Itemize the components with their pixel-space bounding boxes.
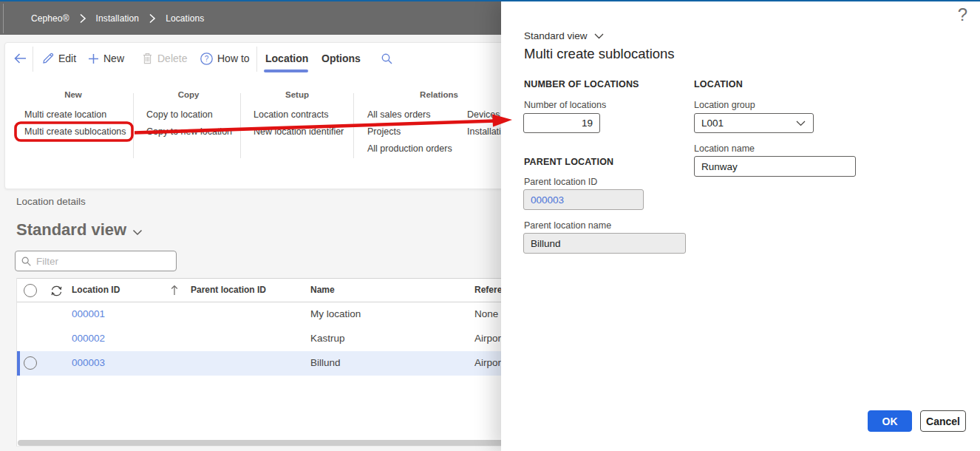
cancel-button[interactable]: Cancel: [920, 410, 966, 432]
label-parent-location-name: Parent location name: [524, 220, 611, 231]
cell-location-id[interactable]: 000001: [72, 308, 105, 319]
menu-item-devices[interactable]: Devices: [467, 109, 500, 120]
back-arrow-icon: [14, 53, 27, 64]
svg-text:?: ?: [205, 55, 209, 63]
cell-location-id[interactable]: 000002: [72, 333, 105, 344]
input-number-of-locations[interactable]: 19: [523, 113, 600, 133]
menu-item-new-location-identifier[interactable]: New location identifier: [253, 126, 344, 137]
menu-item-copy-to-location[interactable]: Copy to location: [146, 109, 213, 120]
chevron-down-icon: [594, 33, 604, 39]
back-button[interactable]: [14, 50, 27, 67]
group-divider: [240, 93, 241, 158]
plus-icon: [88, 53, 99, 64]
section-parent-location: PARENT LOCATION: [524, 157, 613, 167]
search-icon: [21, 257, 31, 266]
breadcrumb-page[interactable]: Locations: [166, 13, 204, 24]
dialog-title: Multi create sublocations: [524, 46, 675, 62]
breadcrumb-home[interactable]: Cepheo®: [31, 13, 69, 24]
column-header-name[interactable]: Name: [310, 285, 335, 295]
view-title[interactable]: Standard view: [16, 220, 143, 240]
filter-input[interactable]: Filter: [15, 251, 177, 271]
appbar-edge-line: [3, 4, 4, 33]
select-all-radio[interactable]: [24, 284, 37, 297]
cell-reference: None: [474, 308, 498, 319]
refresh-icon: [50, 285, 63, 297]
toolbar-divider: [256, 47, 257, 72]
breadcrumb-chevron-icon: [79, 13, 86, 24]
section-number-of-locations: NUMBER OF LOCATIONS: [524, 79, 639, 89]
trash-icon: [142, 52, 153, 64]
ok-button[interactable]: OK: [868, 410, 912, 432]
group-divider: [353, 93, 354, 158]
cell-name: My location: [310, 308, 361, 319]
breadcrumb-module[interactable]: Installation: [96, 13, 140, 24]
group-header-setup: Setup: [285, 90, 309, 99]
label-parent-location-id: Parent location ID: [524, 177, 597, 187]
new-button[interactable]: New: [88, 50, 124, 67]
refresh-button[interactable]: [50, 285, 63, 299]
cell-reference: Airport: [474, 333, 504, 344]
chevron-down-icon: [132, 229, 143, 236]
menu-item-multi-create-sublocations[interactable]: Multi create sublocations: [24, 126, 126, 137]
group-header-relations: Relations: [420, 90, 458, 99]
menu-item-projects[interactable]: Projects: [367, 126, 401, 137]
dialog-view-selector[interactable]: Standard view: [524, 30, 604, 41]
selected-row-indicator: [17, 351, 20, 376]
app-header-bar: Cepheo® Installation Locations: [0, 1, 501, 35]
menu-item-all-production-orders[interactable]: All production orders: [367, 143, 452, 154]
filter-placeholder: Filter: [36, 256, 58, 267]
cell-reference: Airport: [474, 357, 504, 368]
howto-button[interactable]: ? How to: [200, 50, 250, 67]
input-location-name[interactable]: Runway: [694, 156, 856, 177]
breadcrumb-chevron-icon: [149, 13, 156, 24]
group-header-copy: Copy: [178, 90, 200, 99]
menu-item-multi-create-location[interactable]: Multi create location: [24, 109, 106, 120]
cell-location-id[interactable]: 000003: [72, 357, 105, 368]
label-location-group: Location group: [694, 100, 755, 110]
group-header-new: New: [64, 90, 82, 99]
edit-pencil-icon: [42, 52, 54, 64]
row-radio[interactable]: [24, 356, 37, 370]
section-location: LOCATION: [694, 79, 743, 89]
top-accent-strip: [0, 0, 980, 1]
delete-button[interactable]: Delete: [142, 50, 187, 67]
edit-button[interactable]: Edit: [42, 50, 76, 67]
group-divider: [133, 93, 134, 158]
tab-options[interactable]: Options: [321, 50, 361, 67]
help-circle-icon: ?: [200, 52, 213, 65]
dialog-help-icon[interactable]: ?: [958, 4, 967, 25]
chevron-down-icon: [796, 121, 806, 126]
column-header-parent-location-id[interactable]: Parent location ID: [191, 285, 266, 295]
search-icon: [381, 53, 392, 64]
tab-location-underline: [264, 69, 308, 72]
input-parent-location-id: 000003: [523, 189, 644, 210]
toolbar-divider: [33, 47, 33, 72]
sort-ascending-icon: [171, 285, 178, 298]
label-number-of-locations: Number of locations: [524, 100, 606, 110]
menu-item-all-sales-orders[interactable]: All sales orders: [367, 109, 430, 120]
input-parent-location-name: Billund: [523, 233, 686, 254]
toolbar-search-button[interactable]: [381, 50, 392, 67]
cell-name: Kastrup: [310, 333, 345, 344]
multi-create-sublocations-dialog: ? Standard view Multi create sublocation…: [501, 0, 980, 451]
horizontal-scrollbar[interactable]: [18, 440, 507, 446]
column-header-location-id[interactable]: Location ID: [72, 285, 120, 295]
label-location-name: Location name: [694, 143, 755, 154]
tab-location[interactable]: Location: [265, 50, 308, 67]
select-location-group[interactable]: L001: [694, 113, 814, 133]
menu-item-location-contracts[interactable]: Location contracts: [253, 109, 328, 120]
cell-name: Billund: [310, 357, 341, 368]
menu-item-copy-to-new-location[interactable]: Copy to new location: [146, 126, 232, 137]
form-caption: Location details: [16, 196, 86, 207]
